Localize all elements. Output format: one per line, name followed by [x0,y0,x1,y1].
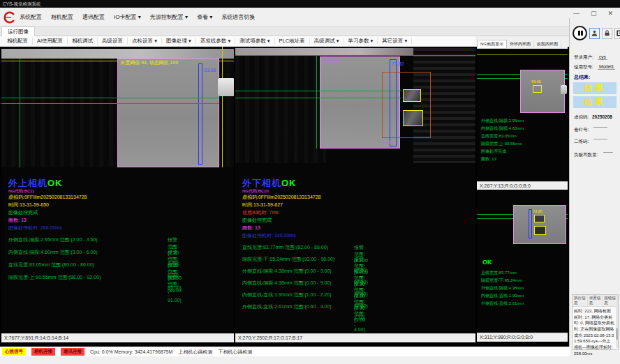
toolbar-other-settings[interactable]: 其它设置 ▾ [378,38,412,45]
left-camera-name: 外上相机OK [8,179,63,188]
left-green-line-h2 [1,103,219,104]
menu-item-light-config[interactable]: 光源控制配置 ▾ [150,13,188,21]
sb1-line-2: 内侧直线-隔膜:4.60mm [481,126,524,131]
left-time: 时间:13-31-59-650 [8,202,49,208]
title-bar: CYS-视觉检测系统 [0,0,620,8]
menu-bar: 系统配置 相机配置 通讯配置 IO卡配置 ▾ 光源控制配置 ▾ 查看 ▾ 系统语… [0,8,620,26]
mid-left-texture [235,48,326,163]
heartbeat-badge: 心跳信号 [2,348,26,356]
menu-item-io-config[interactable]: IO卡配置 ▾ [114,13,141,21]
toolbar-test-params[interactable]: 测试项参数 ▾ [235,38,274,45]
window-controls: — ▢ ✕ [573,10,613,17]
mid-elapsed-time: 图像处理耗时: 140.00ms [242,233,296,238]
user-login-button[interactable] [589,28,600,39]
toolbar-advanced-debug[interactable]: 高级调试 ▾ [310,38,344,45]
minimize-button[interactable]: — [573,10,580,17]
sb1-line-5: 图像处理完成 [481,149,506,154]
mid-blue-measure-box [390,59,397,146]
lock-button[interactable] [602,28,612,39]
tab-run-image[interactable]: 运行图像 [1,26,35,36]
result-box-upper: 结果 [573,82,617,94]
left-result-ok: OK [47,178,63,188]
close-button[interactable]: ✕ [607,10,613,17]
exit-button[interactable] [614,28,620,39]
mid-measure-row-4: 内侧直线-隔膜:4.38mm 范围:(0.00 - 9.00)报警范围:(2.0… [242,280,332,287]
sidebar-tab-front-ring[interactable]: 前拐内环图 [534,40,561,48]
sb2-line-5: 外侧直线-直线:2.61mm [481,301,524,306]
toolbar-plc-table[interactable]: PLC地址表 [275,38,310,45]
sb2-line-2: 隔膜宽度-下:95.24mm [481,278,522,283]
left-elapsed-time: 图像处理耗时: 266.00ms [8,225,62,231]
info-tab-execution[interactable]: 执行信息 [573,295,588,306]
toolbar: 相机配置 AI使用配置 相机调试 高级设置 点检设置 ▾ 图像处理 ▾ 基准线参… [0,36,475,47]
left-ng-line: NG代码:BC11 [8,189,34,194]
sb1-line-1: 外侧直线-隔膜:2.95mm [481,119,524,123]
left-connector-part [218,78,234,96]
measure-value: 外侧直线-直线:2.61mm 范围:(0.60 - 4.00) [242,304,332,309]
mid-green-line-top [235,55,475,56]
left-green-line-h1 [1,98,219,98]
virtual-code-value: 20250208 [592,114,612,119]
mid-time: 时间:13-31-59-627 [242,202,283,208]
camera-connection-badge: 相机连接 [31,348,55,356]
mid-camera-label: 外下相机 [242,178,281,188]
result-box-lower-text: 结果 [584,97,605,107]
sb1-line-3: 直线宽度:83.05mm [481,134,517,139]
sb1-yellow-line [477,54,568,55]
left-cycle-count: 圈数: 13 [8,218,27,223]
sb2-line-3: 外侧直线-隔膜:4.38mm [481,286,524,291]
mid-violet-value: 93.80 [383,140,394,145]
mid-measure-row-2: 隔膜宽度-下:95.24mm 范围:(93.00 - 98.00)报警范围:(9… [242,256,334,263]
mid-ai-time: 使用AI耗时: 7ms [242,210,279,215]
maximize-button[interactable]: ▢ [591,10,597,17]
left-threshold-overlay: 灰度阈值:93, 动态阈值:100 [120,60,178,66]
log-scrollbar[interactable] [616,302,618,348]
cpu-memory-status: Cpu: 0.0% Memory: 3424.41796875M [90,349,172,354]
sidebar-view-1[interactable]: 93.66 外侧直线-隔膜:2.95mm 内侧直线-隔膜:4.60mm 直线宽度… [477,49,568,181]
toolbar-baseline-params[interactable]: 基准线参数 ▾ [196,38,235,45]
info-tab-settings[interactable]: 设置信息 [588,295,603,306]
lower-camera-heartbeat: 下相机心跳检测 [218,349,252,356]
sidebar-view-2[interactable]: 73.80 OK 直线宽度:83.77mm 隔膜宽度-下:95.24mm 外侧直… [477,190,568,333]
anode-tab-count-label: 负极耳数量: [574,152,598,157]
measure-value: 内侧直线-隔膜:4.38mm 范围:(0.00 - 9.00) [242,280,332,285]
left-measure-row-1: 外侧直线-隔膜:2.95mm 范围:(2.00 - 3.50)报警范围:(2.2… [8,236,98,243]
toolbar-spot-check[interactable]: 点检设置 ▾ [128,38,162,45]
toolbar-advanced-settings[interactable]: 高级设置 [98,38,128,45]
mid-measure-row-5: 内侧直线-直线:1.90mm 范围:(1.00 - 2.20)报警范围:(1.1… [242,291,332,298]
toolbar-camera-config[interactable]: 相机配置 [3,38,33,45]
mid-measure-row-3: 外侧直线-隔膜:4.38mm 范围:(0.00 - 9.00)报警范围:(2.0… [242,268,332,275]
left-measure-row-2: 内侧直线-隔膜:4.60mm 范围:(3.00 - 6.00)报警范围:(0.0… [8,249,98,256]
qr-code-value [593,139,607,139]
toolbar-learning-params[interactable]: 学习参数 ▾ [344,38,378,45]
toolbar-image-processing[interactable]: 图像处理 ▾ [162,38,196,45]
middle-camera-view[interactable]: AI检测框 73.80 93.80 外下相机OK NG代码:BC10 虚拟码:0… [235,47,475,333]
sidebar-tabs: NG画面显示 外环内环图 前拐内环图 [477,40,568,49]
menu-item-view[interactable]: 查看 ▾ [197,13,212,21]
mid-camera-name: 外下相机OK [242,179,297,188]
mid-result-ok: OK [281,178,297,188]
menu-item-camera-config[interactable]: 相机配置 [51,13,73,21]
sidebar-tab-ng-display[interactable]: NG画面显示 [477,40,507,49]
control-buttons [573,26,620,40]
measure-value: 直线宽度:83.77mm 范围:(82.00 - 88.00) [242,245,328,250]
alarm-range: 报警范围:(0.60 - 4.00) [354,303,365,332]
mid-yellow-box-1 [403,89,421,102]
app-window: CYS-视觉检测系统 系统配置 相机配置 通讯配置 IO卡配置 ▾ 光源控制配置… [0,0,620,364]
toolbar-ai-config[interactable]: AI使用配置 [33,38,68,45]
pause-button[interactable] [573,26,587,40]
mid-blue-measure-value: 73.80 [392,61,404,67]
model-value: Model1 [598,64,615,70]
left-camera-view[interactable]: 灰度阈值:93, 动态阈值:100 93.66 外上相机OK NG代码:BC11… [1,47,234,333]
menu-item-system-config[interactable]: 系统配置 [20,13,42,21]
left-measure-row-4: 隔膜宽度-上:90.56mm 范围:(88.00 - 92.00)报警范围:(8… [8,274,101,281]
winder-no-value [593,127,607,128]
measure-value: 直线宽度:83.05mm 范围:(80.00 - 86.00) [8,262,94,267]
sb1-part-thumb [520,70,565,113]
toolbar-camera-debug[interactable]: 相机调试 [68,38,98,45]
menu-item-language[interactable]: 系统语言切换 [221,13,255,21]
menu-item-comm-config[interactable]: 通讯配置 [82,13,105,21]
measure-value: 外侧直线-隔膜:2.95mm 范围:(2.00 - 3.50) [8,237,98,242]
login-user-value: cys [598,54,607,60]
sidebar-tab-outer-ring[interactable]: 外环内环图 [507,40,534,48]
